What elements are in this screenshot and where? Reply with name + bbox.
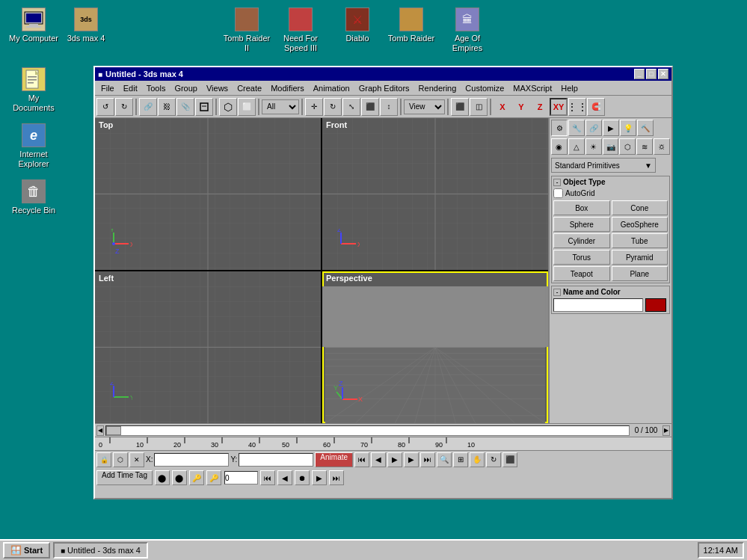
lock-btn[interactable]: 🔒 <box>96 452 111 467</box>
playback-btn3[interactable]: ⏺ <box>295 470 310 485</box>
desktop-icon-internet-explorer[interactable]: e Internet Explorer <box>7 123 60 169</box>
tag-btn3[interactable]: 🔑 <box>189 470 204 485</box>
viewport-left[interactable]: Left Y Z <box>95 271 321 423</box>
play-back-btn[interactable]: ⏮ <box>354 452 369 467</box>
cameras-tab[interactable]: 📷 <box>603 138 619 155</box>
menu-views[interactable]: Views <box>202 82 233 94</box>
menu-create[interactable]: Create <box>233 82 266 94</box>
filter-dropdown[interactable]: All <box>262 99 299 114</box>
box-button[interactable]: Box <box>553 200 610 215</box>
arc-rotate-btn[interactable]: ↻ <box>486 452 501 467</box>
shapes-tab[interactable]: △ <box>568 138 585 155</box>
modify-tab[interactable]: 🔧 <box>568 120 585 136</box>
z-axis-button[interactable]: Z <box>531 98 549 116</box>
teapot-button[interactable]: Teapot <box>553 266 610 281</box>
reference-coord-dropdown[interactable]: View <box>404 99 445 114</box>
something-btn[interactable]: ✕ <box>129 452 144 467</box>
primitive-type-dropdown[interactable]: Standard Primitives ▼ <box>551 158 656 173</box>
object-name-input[interactable] <box>553 298 643 312</box>
create-tab[interactable]: ⚙ <box>551 120 568 136</box>
undo-button[interactable]: ↺ <box>96 98 114 116</box>
helpers-tab[interactable]: ⬡ <box>619 138 636 155</box>
bind-to-space-button[interactable]: 📎 <box>176 98 194 116</box>
geosphere-button[interactable]: GeoSphere <box>612 217 668 232</box>
menu-edit[interactable]: Edit <box>119 82 142 94</box>
object-type-collapse[interactable]: - <box>553 179 561 186</box>
utilities-tab[interactable]: 🔨 <box>637 120 654 136</box>
taskbar-item-3dsmax[interactable]: ■ Untitled - 3ds max 4 <box>53 542 148 559</box>
minimize-button[interactable]: _ <box>634 69 645 79</box>
hierarchy-tab[interactable]: 🔗 <box>585 120 602 136</box>
tag-btn2[interactable]: ⬤ <box>172 470 187 485</box>
key-btn[interactable]: 🔑 <box>206 470 221 485</box>
menu-graph-editors[interactable]: Graph Editors <box>354 82 414 94</box>
playback-btn5[interactable]: ⏭ <box>329 470 344 485</box>
display-tab[interactable]: 💡 <box>620 120 636 136</box>
title-bar[interactable]: ■ Untitled - 3ds max 4 _ □ ✕ <box>95 67 671 81</box>
spacewarps-tab[interactable]: ≋ <box>636 138 653 155</box>
mirror-button[interactable]: ◫ <box>470 98 488 116</box>
zoom-btn[interactable]: 🔍 <box>437 452 452 467</box>
cylinder-button[interactable]: Cylinder <box>553 233 610 248</box>
frame-number-input[interactable] <box>224 471 258 484</box>
maximize-button[interactable]: □ <box>646 69 657 79</box>
desktop-icon-3dsmax[interactable]: 3ds 3ds max 4 <box>60 7 112 43</box>
motion-tab[interactable]: ▶ <box>603 120 619 136</box>
play-fwd-btn[interactable]: ⏭ <box>420 452 435 467</box>
toggle-button[interactable]: ⬛ <box>451 98 469 116</box>
menu-help[interactable]: Help <box>556 82 582 94</box>
zoom-all-btn[interactable]: ⊞ <box>453 452 468 467</box>
name-color-collapse[interactable]: - <box>553 289 561 296</box>
timeline-right-btn[interactable]: ▶ <box>663 425 670 436</box>
max-viewport-btn[interactable]: ⬛ <box>502 452 517 467</box>
scale2-button[interactable]: ⬛ <box>361 98 379 116</box>
sphere-button[interactable]: Sphere <box>553 217 610 232</box>
prev-frame-btn[interactable]: ◀ <box>371 452 386 467</box>
select-region-button[interactable]: ⬜ <box>238 98 256 116</box>
menu-animation[interactable]: Animation <box>309 82 354 94</box>
animate-button[interactable]: Animate <box>315 452 353 467</box>
playback-btn1[interactable]: ⏮ <box>260 470 275 485</box>
rotate-button[interactable]: ↻ <box>324 98 342 116</box>
viewport-perspective[interactable]: Perspective <box>322 271 548 423</box>
y-input[interactable] <box>239 453 313 467</box>
snap-toggle[interactable]: 🧲 <box>587 98 605 116</box>
add-time-tag-button[interactable]: Add Time Tag <box>96 470 153 485</box>
tube-button[interactable]: Tube <box>612 233 668 248</box>
playback-btn4[interactable]: ▶ <box>312 470 327 485</box>
viewport-top[interactable]: Top X <box>95 118 321 270</box>
cone-button[interactable]: Cone <box>612 200 668 215</box>
select-and-place-button[interactable]: ↕ <box>380 98 398 116</box>
lights-tab[interactable]: ☀ <box>585 138 602 155</box>
desktop-icon-tomb-raider[interactable]: Tomb Raider <box>385 7 437 43</box>
timeline-left-btn[interactable]: ◀ <box>96 425 104 436</box>
select-by-name-btn[interactable]: ⬡ <box>113 452 128 467</box>
pan-btn[interactable]: ✋ <box>470 452 485 467</box>
menu-group[interactable]: Group <box>170 82 202 94</box>
menu-modifiers[interactable]: Modifiers <box>266 82 309 94</box>
x-input[interactable] <box>154 453 229 467</box>
desktop-icon-diablo[interactable]: ⚔ Diablo <box>331 7 384 43</box>
timeline-scrollbar[interactable] <box>105 425 630 436</box>
menu-file[interactable]: File <box>96 82 119 94</box>
plane-button[interactable]: Plane <box>612 266 668 281</box>
select-link-button[interactable]: 🔗 <box>139 98 157 116</box>
select-object-button[interactable]: ⬡ <box>219 98 237 116</box>
desktop-icon-age-of-empires[interactable]: 🏛 Age Of Empires <box>441 7 494 53</box>
menu-maxscript[interactable]: MAXScript <box>508 82 556 94</box>
autogrid-checkbox[interactable] <box>553 188 563 198</box>
desktop-icon-tomb-raider-2[interactable]: Tomb Raider II <box>221 7 273 53</box>
desktop-icon-recycle-bin[interactable]: 🗑 Recycle Bin <box>7 179 60 215</box>
menu-tools[interactable]: Tools <box>142 82 170 94</box>
desktop-icon-need-for-speed[interactable]: Need For Speed III <box>274 7 327 53</box>
systems-tab[interactable]: ⛭ <box>654 138 670 155</box>
scale-button[interactable]: ⤡ <box>342 98 360 116</box>
redo-button[interactable]: ↻ <box>115 98 133 116</box>
pyramid-button[interactable]: Pyramid <box>612 250 668 265</box>
select-filter-button[interactable] <box>195 98 213 116</box>
menu-rendering[interactable]: Rendering <box>414 82 461 94</box>
desktop-icon-my-computer[interactable]: My Computer <box>7 7 60 43</box>
close-button[interactable]: ✕ <box>658 69 668 79</box>
playback-btn2[interactable]: ◀ <box>277 470 292 485</box>
menu-customize[interactable]: Customize <box>461 82 508 94</box>
